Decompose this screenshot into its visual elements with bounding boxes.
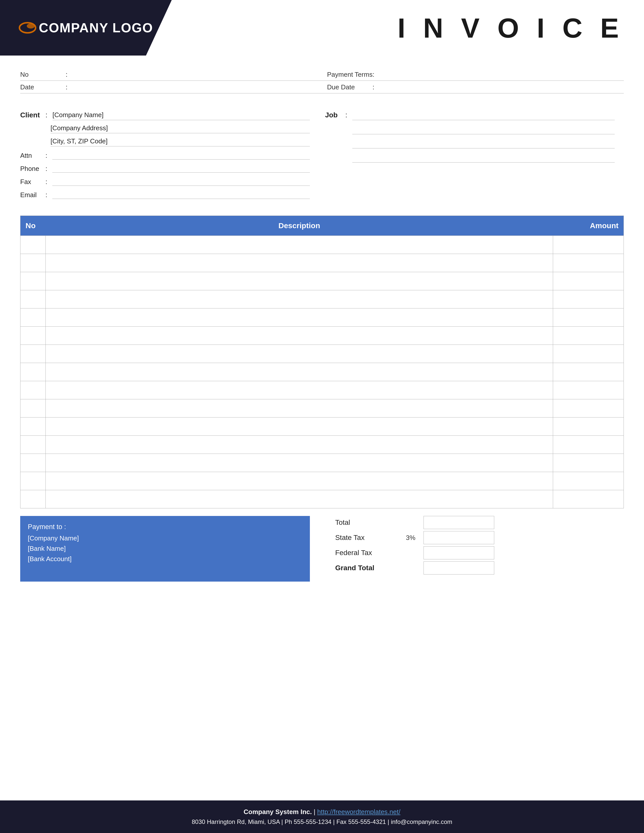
- table-cell-col-desc: [46, 326, 553, 345]
- table-cell-col-no: [21, 254, 46, 272]
- state-tax-label: State Tax: [335, 534, 406, 542]
- phone-label: Phone: [20, 165, 45, 173]
- client-attn-row: Attn :: [20, 150, 310, 159]
- fax-colon: :: [45, 178, 47, 186]
- table-cell-col-desc: [46, 381, 553, 399]
- table-cell-col-amount: [553, 309, 624, 326]
- state-tax-value: [423, 531, 494, 544]
- svg-point-1: [27, 24, 35, 29]
- federal-tax-value: [423, 546, 494, 560]
- job-field-block: [352, 111, 615, 167]
- table-cell-col-amount: [553, 290, 624, 309]
- table-cell-col-amount: [553, 490, 624, 508]
- table-cell-col-amount: [553, 345, 624, 363]
- invoice-title-section: I N V O I C E: [172, 0, 644, 56]
- table-cell-col-desc: [46, 454, 553, 472]
- table-row: [21, 418, 624, 436]
- footer-company: Company System Inc.: [244, 808, 312, 815]
- invoice-table-section: No Description Amount: [0, 208, 644, 508]
- phone-colon: :: [45, 165, 47, 173]
- table-cell-col-desc: [46, 363, 553, 381]
- col-no-header: No: [21, 216, 46, 236]
- table-row: [21, 436, 624, 454]
- no-field: No :: [20, 71, 322, 80]
- footer-line1: Company System Inc. | http://freewordtem…: [0, 808, 644, 816]
- table-row: [21, 472, 624, 490]
- email-value: [52, 190, 310, 199]
- attn-label: Attn: [20, 152, 45, 159]
- email-label: Email: [20, 191, 45, 199]
- header: COMPANY LOGO I N V O I C E: [0, 0, 644, 56]
- table-cell-col-desc: [46, 472, 553, 490]
- payment-terms-field: Payment Terms :: [322, 71, 624, 80]
- table-row: [21, 236, 624, 254]
- email-colon: :: [45, 191, 47, 199]
- table-row: [21, 345, 624, 363]
- table-cell-col-no: [21, 326, 46, 345]
- federal-tax-label: Federal Tax: [335, 549, 406, 557]
- table-row: [21, 490, 624, 508]
- state-tax-percent: 3%: [406, 534, 423, 542]
- table-cell-col-amount: [553, 254, 624, 272]
- client-label: Client: [20, 111, 45, 119]
- table-cell-col-desc: [46, 436, 553, 454]
- meta-row-1: No : Payment Terms :: [20, 71, 624, 81]
- logo-text: COMPANY LOGO: [19, 20, 153, 35]
- client-email-row: Email :: [20, 190, 310, 199]
- total-value: [423, 516, 494, 529]
- table-row: [21, 272, 624, 290]
- table-cell-col-amount: [553, 236, 624, 254]
- table-cell-col-desc: [46, 309, 553, 326]
- table-cell-col-no: [21, 454, 46, 472]
- no-label: No: [20, 71, 66, 79]
- payment-terms-colon: :: [372, 71, 374, 79]
- table-cell-col-no: [21, 272, 46, 290]
- client-fax-row: Fax :: [20, 177, 310, 186]
- client-colon: :: [45, 111, 47, 119]
- job-block: Job :: [325, 111, 615, 203]
- client-address: [Company Address]: [50, 124, 310, 133]
- logo-section: COMPANY LOGO: [0, 0, 172, 56]
- col-description-header: Description: [46, 216, 553, 236]
- due-date-label: Due Date: [327, 83, 372, 91]
- table-cell-col-no: [21, 472, 46, 490]
- fax-value: [52, 177, 310, 186]
- job-line-4: [352, 153, 615, 162]
- job-line-2: [352, 125, 615, 134]
- payment-account: [Bank Account]: [28, 555, 302, 563]
- page-footer: Company System Inc. | http://freewordtem…: [0, 801, 644, 833]
- table-row: [21, 254, 624, 272]
- client-city-row: [City, ST, ZIP Code]: [20, 137, 310, 146]
- table-cell-col-desc: [46, 272, 553, 290]
- date-colon: :: [66, 83, 68, 91]
- job-line-3: [352, 139, 615, 148]
- table-cell-col-amount: [553, 363, 624, 381]
- state-tax-row: State Tax 3%: [335, 531, 624, 544]
- footer-line2: 8030 Harrington Rd, Miami, USA | Ph 555-…: [0, 819, 644, 825]
- table-cell-col-desc: [46, 254, 553, 272]
- client-job-section: Client : [Company Name] [Company Address…: [0, 101, 644, 208]
- grand-total-row: Grand Total: [335, 561, 624, 574]
- payment-bank: [Bank Name]: [28, 545, 302, 553]
- job-header: Job :: [325, 111, 615, 167]
- table-cell-col-amount: [553, 436, 624, 454]
- grand-total-value: [423, 561, 494, 574]
- payment-company: [Company Name]: [28, 534, 302, 542]
- footer-section: Payment to : [Company Name] [Bank Name] …: [0, 508, 644, 587]
- table-cell-col-no: [21, 418, 46, 436]
- table-cell-col-desc: [46, 345, 553, 363]
- client-phone-row: Phone :: [20, 164, 310, 173]
- table-cell-col-amount: [553, 399, 624, 418]
- attn-colon: :: [45, 152, 47, 159]
- table-cell-col-amount: [553, 472, 624, 490]
- date-label: Date: [20, 83, 66, 91]
- payment-block: Payment to : [Company Name] [Bank Name] …: [20, 516, 310, 582]
- payment-title: Payment to :: [28, 523, 302, 531]
- meta-row-2: Date : Due Date :: [20, 83, 624, 93]
- table-cell-col-desc: [46, 290, 553, 309]
- table-cell-col-amount: [553, 272, 624, 290]
- date-field: Date :: [20, 83, 322, 93]
- table-cell-col-desc: [46, 490, 553, 508]
- due-date-field: Due Date :: [322, 83, 624, 93]
- table-cell-col-no: [21, 399, 46, 418]
